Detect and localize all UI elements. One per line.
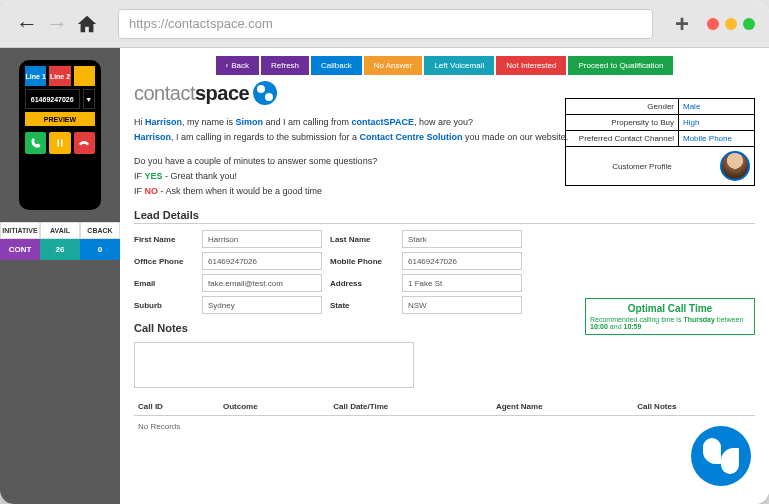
phone-number-display: 61469247026 <box>25 89 80 109</box>
softphone: Line 1 Line 2 61469247026 ▼ PREVIEW <box>19 60 101 210</box>
customer-profile-panel: GenderMale Propensity to BuyHigh Preferr… <box>565 98 755 186</box>
app-window: ← → https://contactspace.com + Line 1 Li… <box>0 0 769 504</box>
lead-details-title: Lead Details <box>134 209 755 224</box>
customer-avatar <box>720 151 750 181</box>
last-name-field[interactable]: Stark <box>402 230 522 248</box>
col-datetime: Call Date/Time <box>329 398 492 416</box>
tile-extra[interactable] <box>74 66 95 86</box>
state-field[interactable]: NSW <box>402 296 522 314</box>
home-icon <box>76 13 98 35</box>
optimal-call-time-panel: Optimal Call Time Recommended calling ti… <box>585 298 755 335</box>
customer-name: Harrison <box>145 117 182 127</box>
line2-tile[interactable]: Line 2 <box>49 66 70 86</box>
sidebar: Line 1 Line 2 61469247026 ▼ PREVIEW <box>0 48 120 504</box>
gender-value: Male <box>678 99 754 114</box>
maximize-window-icon[interactable] <box>743 18 755 30</box>
optimal-title: Optimal Call Time <box>590 303 750 314</box>
agent-name: Simon <box>236 117 264 127</box>
logo-text: contactspace <box>134 82 249 105</box>
dropdown-indicator[interactable]: ▼ <box>83 89 96 109</box>
pause-icon <box>54 137 66 149</box>
col-outcome: Outcome <box>219 398 329 416</box>
minimize-window-icon[interactable] <box>725 18 737 30</box>
close-window-icon[interactable] <box>707 18 719 30</box>
not-interested-button[interactable]: Not Interested <box>496 56 566 75</box>
no-answer-button[interactable]: No Answer <box>364 56 423 75</box>
left-voicemail-button[interactable]: Left Voicemail <box>424 56 494 75</box>
call-notes-textarea[interactable] <box>134 342 414 388</box>
propensity-value: High <box>678 115 754 130</box>
status-header-cback: CBACK <box>80 222 120 239</box>
cback-status[interactable]: 0 <box>80 239 120 260</box>
window-controls <box>707 18 755 30</box>
office-phone-field[interactable]: 61469247026 <box>202 252 322 270</box>
new-tab-button[interactable]: + <box>671 10 693 38</box>
status-value-row: CONT 26 0 <box>0 239 120 260</box>
hangup-icon <box>78 137 90 149</box>
col-notes: Call Notes <box>633 398 755 416</box>
forward-nav-button[interactable]: → <box>44 11 70 37</box>
browser-titlebar: ← → https://contactspace.com + <box>0 0 769 48</box>
call-history-table: Call ID Outcome Call Date/Time Agent Nam… <box>134 398 755 437</box>
status-header-initiative: INITIATIVE <box>0 222 40 239</box>
url-bar[interactable]: https://contactspace.com <box>118 9 653 39</box>
phone-icon <box>30 137 42 149</box>
refresh-button[interactable]: Refresh <box>261 56 309 75</box>
call-answer-button[interactable] <box>25 132 46 154</box>
nav-controls: ← → <box>14 11 100 37</box>
preview-button[interactable]: PREVIEW <box>25 112 95 126</box>
col-agent: Agent Name <box>492 398 633 416</box>
callback-button[interactable]: Callback <box>311 56 362 75</box>
status-header-row: INITIATIVE AVAIL CBACK <box>0 222 120 239</box>
channel-value: Mobile Phone <box>678 131 754 146</box>
proceed-button[interactable]: Proceed to Qualification <box>568 56 673 75</box>
profile-footer-label: Customer Profile <box>570 162 714 171</box>
call-hangup-button[interactable] <box>74 132 95 154</box>
chat-widget-icon[interactable] <box>691 426 751 486</box>
status-header-avail: AVAIL <box>40 222 80 239</box>
app-body: Line 1 Line 2 61469247026 ▼ PREVIEW <box>0 48 769 504</box>
main-content: ‹Back Refresh Callback No Answer Left Vo… <box>120 48 769 504</box>
chevron-left-icon: ‹ <box>226 61 229 70</box>
call-hold-button[interactable] <box>49 132 70 154</box>
line1-tile[interactable]: Line 1 <box>25 66 46 86</box>
action-bar: ‹Back Refresh Callback No Answer Left Vo… <box>134 56 755 75</box>
logo-icon <box>253 81 277 105</box>
table-empty-row: No Records <box>134 416 755 438</box>
back-button[interactable]: ‹Back <box>216 56 259 75</box>
address-field[interactable]: 1 Fake St <box>402 274 522 292</box>
mobile-phone-field[interactable]: 61469247026 <box>402 252 522 270</box>
email-field[interactable]: fake.email@test.com <box>202 274 322 292</box>
initiative-status[interactable]: CONT <box>0 239 40 260</box>
back-nav-button[interactable]: ← <box>14 11 40 37</box>
suburb-field[interactable]: Sydney <box>202 296 322 314</box>
col-call-id: Call ID <box>134 398 219 416</box>
avail-status[interactable]: 26 <box>40 239 80 260</box>
first-name-field[interactable]: Harrison <box>202 230 322 248</box>
brand-name: contactSPACE <box>352 117 414 127</box>
home-button[interactable] <box>74 11 100 37</box>
